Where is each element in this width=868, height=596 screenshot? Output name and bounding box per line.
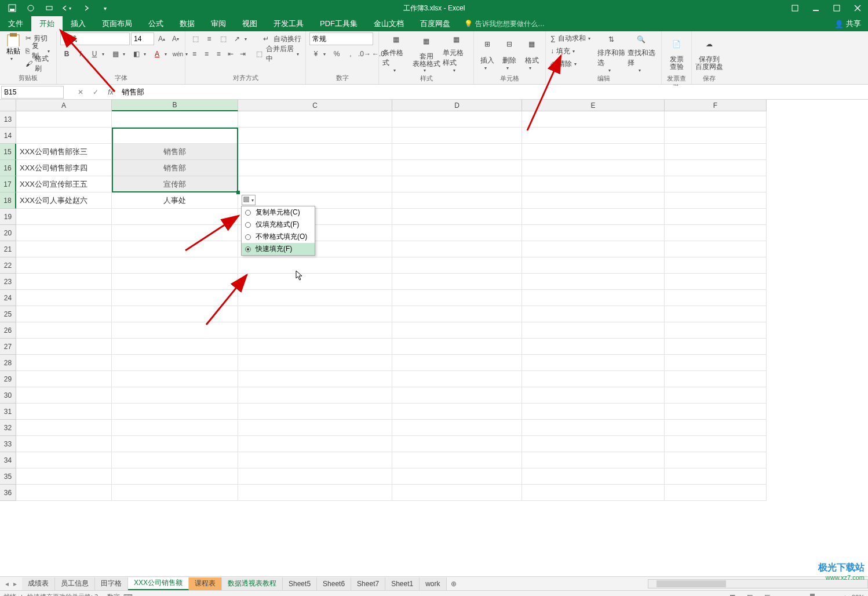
cell[interactable] (16, 420, 112, 436)
sheet-tab-2[interactable]: 田字格 (95, 577, 128, 590)
increase-indent-button[interactable]: ⇥ (238, 48, 249, 60)
cell[interactable] (392, 144, 522, 160)
tab-review[interactable]: 审阅 (203, 16, 234, 31)
cell[interactable] (238, 468, 392, 485)
tab-view[interactable]: 视图 (234, 16, 265, 31)
row-header[interactable]: 36 (0, 485, 16, 501)
minimize-button[interactable] (805, 0, 826, 16)
tab-kingsoft-docs[interactable]: 金山文档 (366, 16, 412, 31)
cell[interactable] (112, 420, 238, 436)
sort-filter-button[interactable]: ⇅排序和筛选▾ (597, 32, 625, 73)
cell[interactable] (665, 485, 767, 501)
align-top-button[interactable]: ⬚ (189, 32, 202, 45)
cell[interactable] (522, 192, 665, 209)
menu-flash-fill[interactable]: 快速填充(F) (242, 243, 315, 255)
cell[interactable] (16, 209, 112, 225)
cell[interactable]: 销售部 (112, 160, 238, 176)
cell[interactable] (112, 371, 238, 387)
cell[interactable] (665, 290, 767, 306)
cell[interactable] (665, 257, 767, 274)
cell[interactable] (392, 111, 522, 128)
cell[interactable] (665, 322, 767, 339)
sheet-tab-9[interactable]: Sheet1 (385, 577, 420, 590)
cell[interactable] (16, 355, 112, 371)
autosum-button[interactable]: ∑自动求和▾ (549, 32, 595, 44)
cell[interactable] (16, 339, 112, 355)
menu-copy-cells[interactable]: 复制单元格(C) (242, 206, 315, 219)
cell[interactable] (522, 241, 665, 257)
align-right-button[interactable]: ≡ (213, 48, 224, 60)
row-header[interactable]: 27 (0, 339, 16, 355)
cell[interactable] (112, 274, 238, 290)
cell[interactable] (112, 485, 238, 501)
row-header[interactable]: 28 (0, 355, 16, 371)
tab-page-layout[interactable]: 页面布局 (94, 16, 140, 31)
zoom-out-button[interactable]: − (778, 594, 782, 597)
cell[interactable]: XXX公司销售部李四 (16, 160, 112, 176)
cell[interactable] (392, 290, 522, 306)
cell[interactable] (522, 322, 665, 339)
cell[interactable] (522, 257, 665, 274)
row-header[interactable]: 13 (0, 111, 16, 128)
cell[interactable] (665, 241, 767, 257)
row-header[interactable]: 15 (0, 144, 16, 160)
cell[interactable] (665, 144, 767, 160)
column-header[interactable]: D (392, 100, 522, 111)
zoom-in-button[interactable]: + (844, 594, 847, 597)
cell[interactable] (16, 387, 112, 404)
cell[interactable] (392, 468, 522, 485)
zoom-slider-thumb[interactable] (810, 594, 815, 597)
formula-input[interactable] (118, 86, 868, 99)
cell[interactable] (238, 144, 392, 160)
view-page-break-button[interactable]: ▣ (761, 592, 774, 597)
phonetic-button[interactable]: wén (172, 48, 184, 60)
cell[interactable] (392, 420, 522, 436)
column-header[interactable]: E (522, 100, 665, 111)
tab-developer[interactable]: 开发工具 (265, 16, 312, 31)
increase-font-button[interactable]: A▴ (155, 32, 168, 45)
cell[interactable] (238, 404, 392, 420)
menu-fill-without-format[interactable]: 不带格式填充(O) (242, 231, 315, 243)
cell[interactable] (238, 436, 392, 452)
font-size-select[interactable] (131, 32, 154, 45)
save-button[interactable] (3, 1, 21, 15)
cell[interactable] (16, 257, 112, 274)
cell[interactable] (522, 225, 665, 241)
cell[interactable] (112, 290, 238, 306)
row-header[interactable]: 32 (0, 420, 16, 436)
border-button[interactable]: ▦ (109, 48, 122, 60)
align-left-button[interactable]: ≡ (189, 48, 200, 60)
cell[interactable] (665, 339, 767, 355)
touch-mode-button[interactable] (22, 1, 39, 15)
cell[interactable] (665, 111, 767, 128)
table-format-button[interactable]: ▦套用 表格格式▾ (413, 32, 440, 73)
cell[interactable] (238, 290, 392, 306)
cell[interactable] (392, 322, 522, 339)
cell[interactable] (238, 452, 392, 468)
cell[interactable] (392, 404, 522, 420)
cell[interactable] (665, 128, 767, 144)
sheet-nav-first[interactable]: ◂ (3, 580, 10, 588)
row-header[interactable]: 33 (0, 436, 16, 452)
tab-insert[interactable]: 插入 (63, 16, 94, 31)
save-to-cloud-button[interactable]: ☁保存到 百度网盘 (695, 32, 723, 73)
number-format-select[interactable] (309, 32, 373, 45)
row-header[interactable]: 16 (0, 160, 16, 176)
cell[interactable]: 销售部 (112, 144, 238, 160)
italic-button[interactable]: I (74, 48, 87, 60)
cell[interactable]: 人事处 (112, 192, 238, 209)
cell[interactable] (16, 485, 112, 501)
cell[interactable] (522, 355, 665, 371)
sheet-tab-0[interactable]: 成绩表 (22, 577, 55, 590)
row-header[interactable]: 26 (0, 322, 16, 339)
row-header[interactable]: 20 (0, 225, 16, 241)
redo-button[interactable] (78, 1, 95, 15)
cell[interactable] (16, 404, 112, 420)
cell[interactable] (665, 452, 767, 468)
sheet-tab-5[interactable]: 数据透视表教程 (222, 577, 283, 590)
cell[interactable] (392, 176, 522, 192)
row-header[interactable]: 31 (0, 404, 16, 420)
cell[interactable] (392, 339, 522, 355)
fill-color-button[interactable]: ◧ (130, 48, 143, 60)
undo-button[interactable]: ▾ (59, 1, 76, 15)
